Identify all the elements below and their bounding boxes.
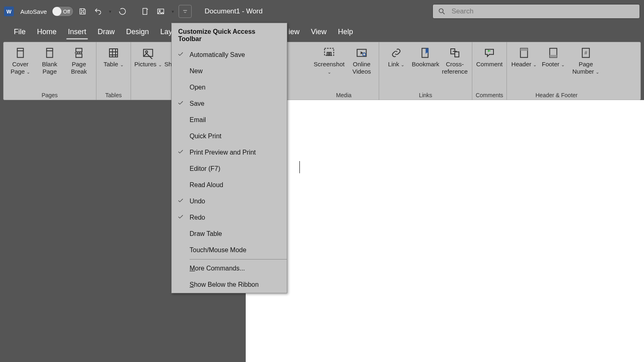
menu-item-email[interactable]: Email	[172, 112, 287, 128]
menu-item-label: More Commands...	[190, 265, 245, 272]
svg-rect-24	[550, 55, 557, 57]
menu-item-automatically-save[interactable]: Automatically Save	[172, 47, 287, 63]
svg-rect-0	[143, 9, 147, 15]
cmd-label: Link ⌄	[388, 61, 405, 68]
menu-item-redo[interactable]: Redo	[172, 209, 287, 226]
picture-qat-button[interactable]	[154, 5, 167, 18]
tab-home[interactable]: Home	[31, 23, 62, 41]
svg-point-17	[363, 53, 366, 56]
check-icon	[177, 214, 184, 222]
cmd-label: PageNumber ⌄	[572, 61, 600, 75]
menu-item-read-aloud[interactable]: Read Aloud	[172, 177, 287, 193]
undo-button[interactable]	[92, 5, 105, 18]
tab-draw[interactable]: Draw	[92, 23, 120, 41]
screenshot-icon	[322, 46, 336, 60]
tab-help[interactable]: Help	[332, 23, 359, 41]
menu-item-label: Open	[190, 84, 205, 91]
bookmark-icon	[419, 46, 432, 60]
group-label: Links	[419, 90, 432, 100]
cmd-footer[interactable]: Footer ⌄	[539, 44, 567, 68]
header-icon	[517, 46, 531, 60]
menu-item-label: Editor (F7)	[190, 165, 220, 172]
cmd-cross-reference[interactable]: Cross-reference	[441, 44, 469, 75]
menu-item-label: Touch/Mouse Mode	[190, 246, 247, 254]
cmd-label: Cross-reference	[441, 61, 469, 75]
svg-rect-6	[76, 48, 82, 52]
document-canvas[interactable]	[246, 100, 644, 362]
menu-item-editor-f-[interactable]: Editor (F7)	[172, 161, 287, 177]
crossref-icon	[448, 46, 462, 60]
ribbon: CoverPage ⌄BlankPagePageBreakPagesTable …	[3, 42, 641, 100]
ribbon-tabs: FileHomeInsertDrawDesignLayiewViewHelp	[0, 23, 644, 41]
menu-item-new[interactable]: New	[172, 63, 287, 79]
cmd-bookmark[interactable]: Bookmark	[412, 44, 439, 68]
cmd-screenshot[interactable]: Screenshot ⌄	[312, 44, 346, 75]
tab-view[interactable]: View	[305, 23, 332, 41]
page-break-icon	[72, 46, 86, 60]
cmd-label: Header ⌄	[511, 61, 537, 68]
cmd-blank-page[interactable]: BlankPage	[36, 44, 63, 75]
menu-item-show-below-the-ribbon[interactable]: Show Below the Ribbon	[172, 277, 287, 293]
ribbon-group-media: Screenshot ⌄OnlineVideosMedia	[309, 42, 379, 100]
menu-item-quick-print[interactable]: Quick Print	[172, 128, 287, 144]
cmd-header[interactable]: Header ⌄	[510, 44, 538, 68]
ribbon-group-header-footer: Header ⌄Footer ⌄#PageNumber ⌄Header & Fo…	[507, 42, 606, 100]
pagenum-icon: #	[579, 46, 593, 60]
customize-qat-button[interactable]	[179, 5, 192, 18]
ribbon-group-links: Link ⌄BookmarkCross-referenceLinks	[379, 42, 472, 100]
save-button[interactable]	[76, 5, 89, 18]
tab-file[interactable]: File	[8, 23, 31, 41]
page-icon	[13, 46, 27, 60]
cmd-cover-page[interactable]: CoverPage ⌄	[7, 44, 34, 75]
cmd-label: OnlineVideos	[352, 61, 371, 75]
ribbon-group-comments: CommentComments	[472, 42, 507, 100]
redo-button[interactable]	[116, 5, 129, 18]
cmd-online-videos[interactable]: OnlineVideos	[348, 44, 375, 75]
svg-point-2	[159, 10, 160, 11]
group-label: Pages	[41, 90, 58, 100]
svg-rect-7	[76, 54, 82, 58]
undo-dropdown[interactable]: ▾	[107, 5, 114, 18]
search-box[interactable]	[432, 4, 640, 19]
print-preview-button[interactable]	[139, 5, 152, 18]
cmd-label: Footer ⌄	[542, 61, 565, 68]
menu-item-touch-mouse-mode[interactable]: Touch/Mouse Mode	[172, 242, 287, 258]
cmd-pictures[interactable]: Pictures ⌄	[134, 44, 162, 68]
group-label: Media	[336, 90, 351, 100]
menu-item-draw-table[interactable]: Draw Table	[172, 226, 287, 242]
table-icon	[107, 46, 120, 60]
menu-item-label: Draw Table	[190, 230, 222, 238]
cmd-page-number[interactable]: #PageNumber ⌄	[569, 44, 603, 75]
tab-insert[interactable]: Insert	[62, 23, 92, 41]
menu-item-open[interactable]: Open	[172, 79, 287, 96]
document-title: Document1 - Word	[205, 7, 262, 15]
search-icon	[438, 7, 446, 15]
svg-rect-20	[455, 52, 459, 57]
link-icon	[389, 46, 403, 60]
menu-item-print-preview-and-print[interactable]: Print Preview and Print	[172, 144, 287, 161]
menu-item-label: Read Aloud	[190, 181, 223, 189]
tab-design[interactable]: Design	[120, 23, 155, 41]
cmd-comment[interactable]: Comment	[476, 44, 503, 68]
svg-point-10	[146, 51, 148, 53]
check-icon	[177, 197, 184, 205]
ribbon-group-tables: Table ⌄Tables	[96, 42, 131, 100]
cmd-table[interactable]: Table ⌄	[100, 44, 127, 68]
menu-item-save[interactable]: Save	[172, 96, 287, 112]
check-icon	[177, 51, 184, 59]
menu-item-undo[interactable]: Undo	[172, 193, 287, 209]
picture-qat-dropdown[interactable]: ▾	[170, 5, 176, 18]
cmd-label: Comment	[476, 61, 502, 68]
cmd-page-break[interactable]: PageBreak	[65, 44, 93, 75]
cmd-link[interactable]: Link ⌄	[382, 44, 410, 68]
autosave-state: Off	[63, 9, 70, 15]
menu-item-label: Save	[190, 100, 204, 107]
menu-item-more-commands...[interactable]: More Commands...	[172, 260, 287, 277]
menu-item-label: Quick Print	[190, 133, 221, 140]
menu-item-label: New	[190, 68, 203, 75]
svg-point-3	[439, 9, 443, 13]
search-input[interactable]	[452, 7, 635, 15]
group-label: Tables	[105, 90, 122, 100]
autosave-toggle[interactable]: Off	[52, 6, 74, 17]
svg-rect-4	[17, 48, 24, 58]
